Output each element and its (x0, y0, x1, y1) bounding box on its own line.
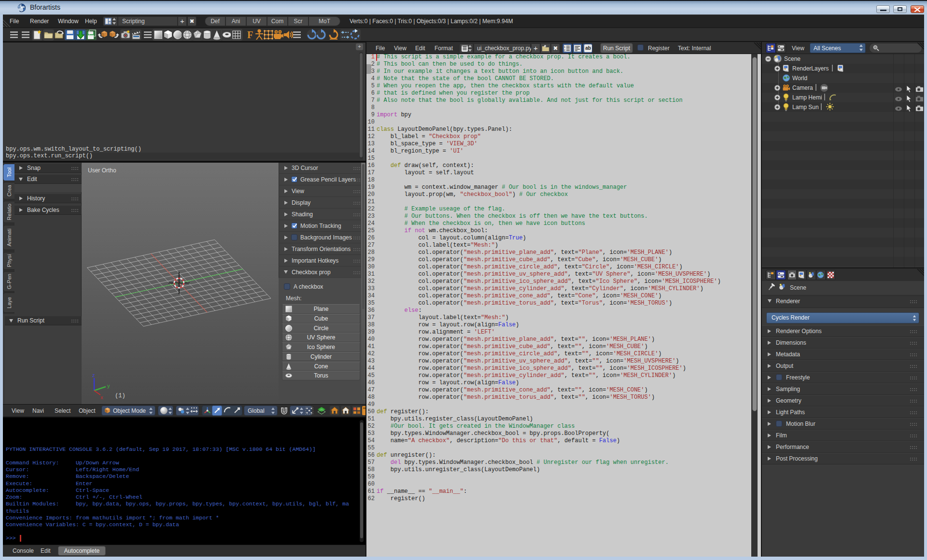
svg-text:2: 2 (564, 49, 565, 52)
svg-text:1: 1 (564, 46, 565, 49)
svg-text:x: x (100, 394, 103, 400)
svg-text:y: y (107, 383, 110, 389)
svg-text:z: z (92, 372, 95, 378)
